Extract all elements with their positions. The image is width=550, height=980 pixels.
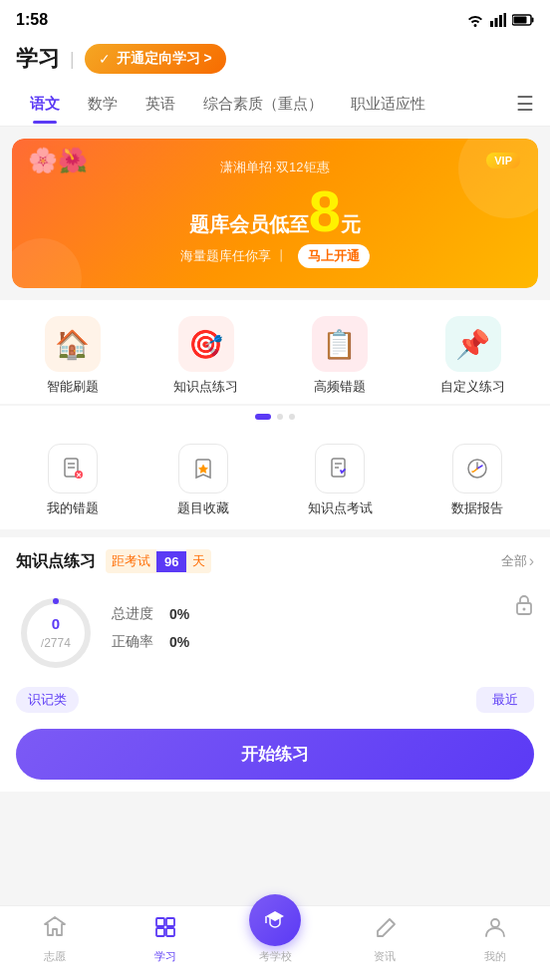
knowledge-exam-icon-box xyxy=(315,444,365,493)
carousel-dots xyxy=(0,406,550,432)
recent-badge[interactable]: 最近 xyxy=(476,687,534,713)
circle-progress: 0 /2774 xyxy=(16,593,96,673)
progress-area: 0 /2774 总进度 0% 正确率 0% xyxy=(16,585,534,681)
my-errors-icon: ✕ xyxy=(61,457,85,481)
vip-button[interactable]: ✓ 开通定向学习 > xyxy=(85,44,226,74)
favorites-button[interactable]: 题目收藏 xyxy=(177,444,229,517)
bottom-nav: 志愿 学习 考学校 资讯 xyxy=(0,905,550,980)
svg-rect-0 xyxy=(490,21,493,27)
svg-rect-1 xyxy=(495,18,498,27)
battery-icon xyxy=(512,14,534,26)
accuracy-row: 正确率 0% xyxy=(112,633,498,651)
signal-icon xyxy=(490,13,506,27)
banner-container[interactable]: 🌸🌺 VIP 潇湘单招·双12钜惠 题库会员低至 8 元 海量题库任你享 丨 马… xyxy=(12,139,538,288)
all-arrow-icon: › xyxy=(529,552,534,570)
banner-title-prefix: 题库会员低至 xyxy=(189,211,309,238)
banner[interactable]: 🌸🌺 VIP 潇湘单招·双12钜惠 题库会员低至 8 元 海量题库任你享 丨 马… xyxy=(12,139,538,288)
data-report-button[interactable]: 数据报告 xyxy=(451,444,503,517)
exam-days: 96 xyxy=(156,551,186,572)
start-practice-button[interactable]: 开始练习 xyxy=(16,729,534,780)
knowledge-exam-label: 知识点考试 xyxy=(308,499,373,517)
dot-3 xyxy=(289,414,295,420)
svg-text:✕: ✕ xyxy=(76,472,82,479)
secondary-actions-grid: ✕ 我的错题 题目收藏 知识点考试 xyxy=(0,432,550,529)
smart-quiz-icon: 🏠 xyxy=(55,328,90,361)
custom-icon-box: 📌 xyxy=(445,316,501,372)
vip-check-icon: ✓ xyxy=(99,51,111,67)
banner-cta[interactable]: 马上开通 xyxy=(298,244,370,268)
my-errors-button[interactable]: ✕ 我的错题 xyxy=(47,444,99,517)
svg-rect-2 xyxy=(499,15,502,27)
study-icon xyxy=(152,914,178,946)
profile-icon xyxy=(482,914,508,946)
vip-button-label: 开通定向学习 > xyxy=(117,50,212,68)
nav-volunteer[interactable]: 志愿 xyxy=(0,914,110,964)
school-icon-circle xyxy=(249,894,301,946)
knowledge-exam-icon xyxy=(328,457,352,481)
banner-subtitle: 潇湘单招·双12钜惠 xyxy=(220,159,329,176)
svg-rect-21 xyxy=(166,918,174,926)
custom-practice-button[interactable]: 📌 自定义练习 xyxy=(440,316,505,396)
all-link[interactable]: 全部 › xyxy=(501,552,534,570)
nav-study-label: 学习 xyxy=(154,949,176,964)
banner-title-suffix: 元 xyxy=(341,211,361,238)
data-report-label: 数据报告 xyxy=(451,499,503,517)
svg-rect-5 xyxy=(532,18,534,23)
my-errors-label: 我的错题 xyxy=(47,499,99,517)
total-progress-value: 0% xyxy=(169,606,189,622)
custom-icon: 📌 xyxy=(455,328,490,361)
category-badge: 识记类 xyxy=(16,687,79,713)
accuracy-value: 0% xyxy=(169,634,189,650)
data-report-icon-box xyxy=(452,444,502,493)
nav-school-label: 考学校 xyxy=(259,949,292,964)
knowledge-label: 知识点练习 xyxy=(173,378,238,396)
all-label: 全部 xyxy=(501,552,527,570)
banner-desc: 海量题库任你享 xyxy=(180,247,271,265)
exam-badge: 距考试 96 天 xyxy=(106,549,211,573)
errors-icon-box: 📋 xyxy=(312,316,368,372)
knowledge-exam-button[interactable]: 知识点考试 xyxy=(308,444,373,517)
knowledge-icon-box: 🎯 xyxy=(178,316,234,372)
lock-icon[interactable] xyxy=(514,593,534,620)
svg-rect-3 xyxy=(504,13,507,27)
svg-rect-20 xyxy=(156,918,164,926)
tab-math[interactable]: 数学 xyxy=(74,85,132,124)
nav-more-button[interactable]: ☰ xyxy=(516,82,534,126)
nav-news[interactable]: 资讯 xyxy=(330,914,439,964)
frequent-errors-button[interactable]: 📋 高频错题 xyxy=(312,316,368,396)
smart-quiz-button[interactable]: 🏠 智能刷题 xyxy=(45,316,101,396)
data-report-icon xyxy=(465,457,489,481)
exam-unit: 天 xyxy=(186,549,211,573)
status-bar: 1:58 xyxy=(0,0,550,36)
header-title: 学习 xyxy=(16,44,60,74)
svg-rect-23 xyxy=(166,928,174,936)
tab-english[interactable]: 英语 xyxy=(132,85,189,124)
svg-rect-6 xyxy=(514,17,527,24)
nav-tabs: 语文 数学 英语 综合素质（重点） 职业适应性 ☰ xyxy=(0,82,550,127)
favorites-label: 题目收藏 xyxy=(177,499,229,517)
total-progress-label: 总进度 xyxy=(112,605,161,623)
total-progress-row: 总进度 0% xyxy=(112,605,498,623)
banner-circle-deco xyxy=(458,139,538,218)
category-row: 识记类 最近 xyxy=(16,681,534,721)
knowledge-practice-button[interactable]: 🎯 知识点练习 xyxy=(173,316,238,396)
nav-news-label: 资讯 xyxy=(374,949,396,964)
circle-text: 0 /2774 xyxy=(36,615,76,651)
favorites-icon-box xyxy=(178,444,228,493)
knowledge-section: 知识点练习 距考试 96 天 全部 › 0 /2774 总进度 xyxy=(0,537,550,792)
volunteer-icon xyxy=(42,914,68,946)
accuracy-label: 正确率 xyxy=(112,633,161,651)
errors-icon: 📋 xyxy=(322,328,357,361)
nav-school[interactable]: 考学校 xyxy=(220,914,330,964)
tab-vocational[interactable]: 职业适应性 xyxy=(337,85,439,124)
nav-study[interactable]: 学习 xyxy=(110,914,219,964)
smart-quiz-label: 智能刷题 xyxy=(47,378,99,396)
header-divider: | xyxy=(70,49,75,70)
quick-actions-grid: 🏠 智能刷题 🎯 知识点练习 📋 高频错题 📌 自定义练习 xyxy=(0,300,550,404)
tab-chinese[interactable]: 语文 xyxy=(16,85,74,124)
tab-comprehensive[interactable]: 综合素质（重点） xyxy=(189,85,337,124)
news-icon xyxy=(372,914,398,946)
header: 学习 | ✓ 开通定向学习 > xyxy=(0,36,550,82)
knowledge-icon: 🎯 xyxy=(188,328,223,361)
nav-profile[interactable]: 我的 xyxy=(440,914,550,964)
